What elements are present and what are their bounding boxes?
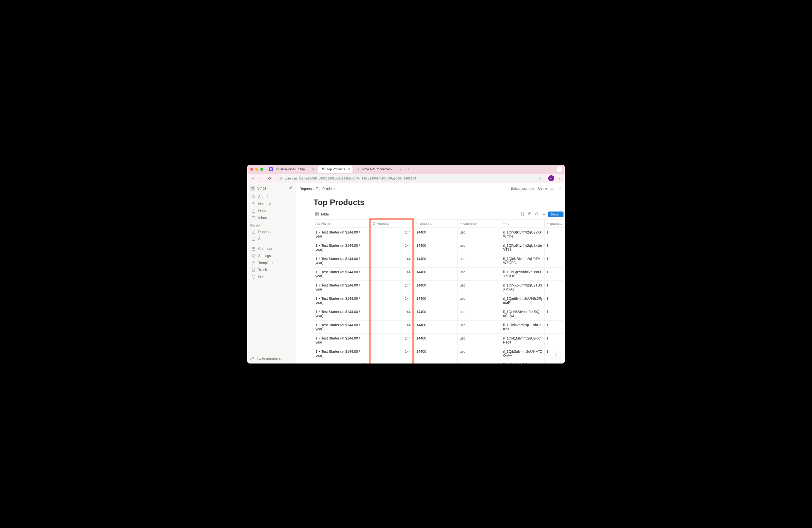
cell-name[interactable]: 1 × Test Starter (at $144.00 / year): [314, 241, 371, 254]
cell-amount-formula[interactable]: 144: [371, 307, 414, 320]
cell-id[interactable]: il_1QiettIvnhti2qU9Ss6RjmaP: [501, 294, 544, 307]
site-info-icon[interactable]: ⓘ: [279, 176, 282, 180]
cell-name[interactable]: 1 × Test Starter (at $144.00 / year): [314, 320, 371, 334]
cell-name[interactable]: 1 × Test Starter (at $144.00 / year): [314, 228, 371, 241]
cell-id[interactable]: il_1QiVXpIvnhti2qU9TBSXMxAc: [501, 280, 544, 294]
cell-currency[interactable]: usd: [458, 254, 501, 267]
cell-currency[interactable]: usd: [458, 241, 501, 254]
cell-amount[interactable]: 14400: [414, 334, 458, 347]
col-header-quantity[interactable]: ≡quantity: [544, 220, 564, 228]
cell-amount-formula[interactable]: 144: [371, 334, 414, 347]
table-row[interactable]: 1 × Test Starter (at $144.00 / year)1441…: [314, 267, 564, 280]
table-row[interactable]: 1 × Test Starter (at $144.00 / year)1441…: [314, 347, 564, 360]
cell-amount-formula[interactable]: 144: [371, 280, 414, 294]
cell-amount[interactable]: 28800: [414, 360, 458, 364]
share-button[interactable]: Share: [537, 187, 547, 191]
cell-amount-formula[interactable]: 144: [371, 294, 414, 307]
cell-quantity[interactable]: 1: [544, 267, 564, 280]
close-window-icon[interactable]: [250, 168, 253, 171]
cell-name[interactable]: 1 × Test Starter (at $144.00 / year): [314, 254, 371, 267]
cell-id[interactable]: il_1QlWlVIvnhti2qU9pVUV0tGQ: [501, 360, 544, 364]
cell-amount-formula[interactable]: 144: [371, 267, 414, 280]
table-row[interactable]: 1 × Test Starter (at $144.00 / year)1441…: [314, 320, 564, 334]
cell-quantity[interactable]: 1: [544, 320, 564, 334]
sidebar-search[interactable]: Search: [248, 193, 295, 200]
cell-name[interactable]: 1 × Test Starter (at $144.00 / year): [314, 267, 371, 280]
workspace-switcher[interactable]: S Stripe ⌄: [247, 183, 296, 193]
cell-currency[interactable]: usd: [458, 267, 501, 280]
filter-icon[interactable]: [513, 212, 518, 217]
cell-id[interactable]: il_1QnH6SIvnhti2qU9QqnCdiy3: [501, 307, 544, 320]
cell-currency[interactable]: usd: [458, 307, 501, 320]
bookmark-icon[interactable]: ☆: [538, 176, 542, 180]
cell-currency[interactable]: usd: [458, 294, 501, 307]
cell-id[interactable]: il_1QieNBIvnhti2qU9THWZGPJa: [501, 254, 544, 267]
browser-tab-stripe[interactable]: S List all invoices | Stripe API R ×: [267, 165, 317, 173]
breadcrumb-item[interactable]: Reports: [300, 187, 312, 191]
cell-quantity[interactable]: 1: [544, 334, 564, 347]
table-row[interactable]: 1 × Test Starter (at $144.00 / year)1441…: [314, 307, 564, 320]
cell-amount[interactable]: 14400: [414, 294, 458, 307]
page-title[interactable]: Top Products: [314, 196, 564, 209]
new-page-icon[interactable]: [289, 186, 293, 191]
cell-amount-formula[interactable]: 144: [371, 320, 414, 334]
browser-menu-icon[interactable]: ⋮: [558, 176, 562, 181]
table-row[interactable]: 1 × Test Business (at $288.00 / year)288…: [314, 360, 564, 364]
sidebar-page-stripe[interactable]: Stripe: [248, 235, 295, 242]
cell-amount[interactable]: 14400: [414, 307, 458, 320]
cell-amount[interactable]: 14400: [414, 267, 458, 280]
sort-icon[interactable]: [521, 212, 524, 217]
cell-quantity[interactable]: 1: [544, 360, 564, 364]
cell-amount-formula[interactable]: 144: [371, 347, 414, 360]
table-row[interactable]: 1 × Test Starter (at $144.00 / year)1441…: [314, 241, 564, 254]
search-db-icon[interactable]: [535, 212, 538, 217]
table-row[interactable]: 1 × Test Starter (at $144.00 / year)1441…: [314, 254, 564, 267]
cell-id[interactable]: il_1QielIIvnhti2qU9NhCgKi9I: [501, 320, 544, 334]
cell-id[interactable]: il_1QlVzRIvnhti2qU9x1tnYT79: [501, 241, 544, 254]
browser-tab-connector[interactable]: N Note API Connector - App ×: [354, 165, 404, 173]
cell-amount[interactable]: 14400: [414, 320, 458, 334]
close-tab-icon[interactable]: ×: [312, 167, 314, 171]
forward-button[interactable]: →: [259, 176, 264, 180]
cell-name[interactable]: 1 × Test Starter (at $144.00 / year): [314, 280, 371, 294]
cell-amount[interactable]: 14400: [414, 241, 458, 254]
automation-icon[interactable]: [527, 212, 532, 217]
cell-amount-formula[interactable]: 144: [371, 254, 414, 267]
cell-id[interactable]: il_1QnGpYIvnhti2qU983YhujOk: [501, 267, 544, 280]
cell-amount-formula[interactable]: 144: [371, 228, 414, 241]
sidebar-page-reports[interactable]: Reports: [248, 228, 295, 235]
sidebar-settings[interactable]: Settings: [248, 252, 295, 259]
back-button[interactable]: ←: [250, 176, 255, 180]
cell-amount[interactable]: 14400: [414, 347, 458, 360]
cell-name[interactable]: 1 × Test Starter (at $144.00 / year): [314, 334, 371, 347]
add-view-button[interactable]: +: [332, 212, 334, 217]
table-row[interactable]: 1 × Test Starter (at $144.00 / year)1441…: [314, 228, 564, 241]
more-icon[interactable]: ⋯: [557, 186, 561, 191]
more-db-icon[interactable]: ⋯: [541, 212, 545, 217]
table-row[interactable]: 1 × Test Starter (at $144.00 / year)1441…: [314, 334, 564, 347]
browser-tab-notion-active[interactable]: N Top Products ×: [318, 165, 352, 173]
sidebar-templates[interactable]: Templates: [248, 259, 295, 266]
cell-id[interactable]: il_1Qid1MIvnhti2qU9lqCP1oit: [501, 334, 544, 347]
breadcrumb-item[interactable]: Top Products: [316, 187, 336, 191]
sidebar-notion-ai[interactable]: Notion AI: [248, 200, 295, 207]
view-tab-table[interactable]: Table: [314, 211, 330, 218]
sidebar-inbox[interactable]: Inbox: [248, 214, 295, 221]
profile-avatar[interactable]: m: [548, 175, 554, 181]
col-header-name[interactable]: AaName: [314, 220, 371, 228]
close-tab-icon[interactable]: ×: [348, 167, 350, 171]
cell-name[interactable]: 1 × Test Starter (at $144.00 / year): [314, 307, 371, 320]
cell-amount[interactable]: 14400: [414, 228, 458, 241]
table-row[interactable]: 1 × Test Starter (at $144.00 / year)1441…: [314, 294, 564, 307]
cell-name[interactable]: 1 × Test Starter (at $144.00 / year): [314, 347, 371, 360]
cell-quantity[interactable]: 1: [544, 254, 564, 267]
sidebar-calendar[interactable]: Calendar: [248, 245, 295, 252]
col-header-id[interactable]: ≡id: [501, 220, 544, 228]
cell-amount-formula[interactable]: 144: [371, 241, 414, 254]
cell-amount-formula[interactable]: 288: [371, 360, 414, 364]
reload-button[interactable]: ⟳: [267, 176, 272, 181]
col-header-currency[interactable]: ≡currency: [458, 220, 501, 228]
cell-currency[interactable]: usd: [458, 320, 501, 334]
minimize-window-icon[interactable]: [255, 168, 258, 171]
cell-quantity[interactable]: 1: [544, 228, 564, 241]
